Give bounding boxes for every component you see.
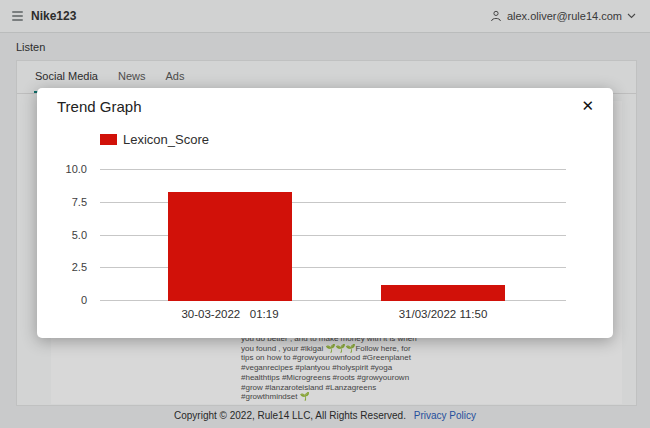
gridline [100,169,566,170]
close-icon[interactable]: ✕ [581,97,594,115]
legend-label: Lexicon_Score [123,132,209,147]
y-tick-label: 0 [81,294,87,306]
y-tick-label: 7.5 [72,196,87,208]
y-tick-label: 2.5 [72,261,87,273]
x-axis-label: 30-03-2022 01:19 [181,308,278,320]
x-axis-label: 31/03/2022 11:50 [399,308,488,320]
trend-graph-modal: Trend Graph ✕ Lexicon_Score 02.55.07.510… [37,88,613,338]
chart-legend: Lexicon_Score [100,132,209,147]
legend-swatch [100,134,117,145]
y-tick-label: 5.0 [72,229,87,241]
y-axis-labels: 02.55.07.510.0 [37,170,93,301]
plot-area: 30-03-2022 01:19 31/03/2022 11:50 [100,170,566,301]
trend-bar[interactable] [168,192,292,301]
app-window: Nike123 alex.oliver@rule14.com Listen So… [0,0,650,428]
modal-title: Trend Graph [57,98,142,115]
y-tick-label: 10.0 [66,163,87,175]
trend-bar[interactable] [381,285,505,301]
